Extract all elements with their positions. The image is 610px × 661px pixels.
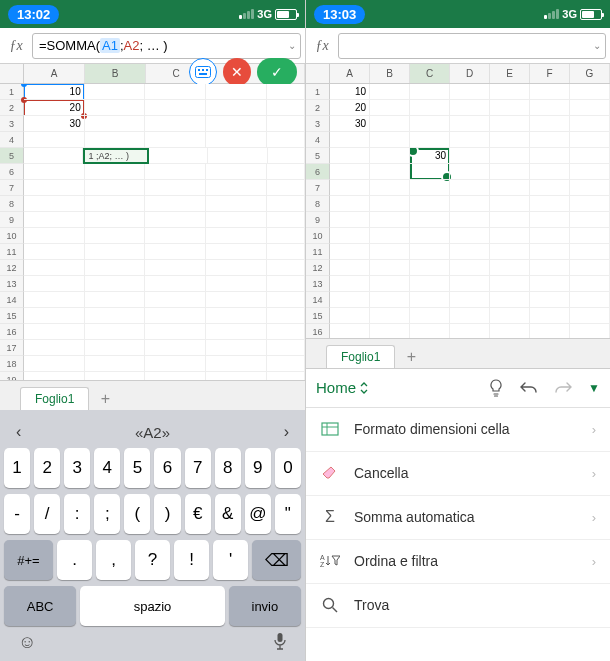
ribbon-header: Home ▼ — [306, 368, 610, 408]
key-enter[interactable]: invio — [229, 586, 301, 626]
search-icon — [320, 597, 340, 613]
svg-text:Z: Z — [320, 561, 325, 568]
key-abc[interactable]: ABC — [4, 586, 76, 626]
key-;[interactable]: ; — [94, 494, 120, 534]
svg-line-12 — [333, 608, 338, 613]
ribbon-tab-home[interactable]: Home — [316, 379, 368, 396]
spreadsheet-grid[interactable]: 110 220 330 4 530 6 7 8 9 10 11 12 13 14… — [306, 84, 610, 338]
key-.[interactable]: . — [57, 540, 92, 580]
sigma-icon: Σ — [320, 508, 340, 526]
key-([interactable]: ( — [124, 494, 150, 534]
status-bar: 13:03 3G — [306, 0, 610, 28]
key-1[interactable]: 1 — [4, 448, 30, 488]
key-0[interactable]: 0 — [275, 448, 301, 488]
screen-right: 13:03 3G ƒx ⌄ A B C D E F G 110 220 330 … — [305, 0, 610, 661]
key-&[interactable]: & — [215, 494, 241, 534]
chevron-down-icon[interactable]: ⌄ — [593, 40, 601, 51]
chevron-down-icon[interactable]: ⌄ — [288, 40, 296, 51]
status-time: 13:03 — [314, 5, 365, 24]
col-C[interactable]: C — [410, 64, 450, 83]
cell-B5-editing[interactable]: 1 ;A2; … ) — [83, 148, 148, 164]
fx-icon[interactable]: ƒx — [310, 38, 334, 54]
column-headers: A B C D E F G — [306, 64, 610, 84]
menu-cell-size[interactable]: Formato dimensioni cella › — [306, 408, 610, 452]
key-?[interactable]: ? — [135, 540, 170, 580]
key-@[interactable]: @ — [245, 494, 271, 534]
chevron-right-icon: › — [592, 422, 596, 437]
key-![interactable]: ! — [174, 540, 209, 580]
sheet-tabs: Foglio1 + — [0, 380, 305, 410]
key-5[interactable]: 5 — [124, 448, 150, 488]
cell-A3[interactable]: 30 — [330, 116, 370, 132]
key-3[interactable]: 3 — [64, 448, 90, 488]
col-E[interactable]: E — [490, 64, 530, 83]
confirm-button[interactable]: ✓ — [257, 58, 297, 86]
col-F[interactable]: F — [530, 64, 570, 83]
key-4[interactable]: 4 — [94, 448, 120, 488]
eraser-icon — [320, 466, 340, 480]
suggestion-prev[interactable]: ‹ — [16, 423, 21, 441]
menu-sort-filter[interactable]: AZ Ordina e filtra › — [306, 540, 610, 584]
key-7[interactable]: 7 — [185, 448, 211, 488]
key-"[interactable]: " — [275, 494, 301, 534]
collapse-ribbon-icon[interactable]: ▼ — [588, 381, 600, 395]
lightbulb-icon[interactable] — [488, 379, 504, 397]
key-'[interactable]: ' — [213, 540, 248, 580]
cancel-button[interactable]: ✕ — [223, 58, 251, 86]
menu-autosum[interactable]: Σ Somma automatica › — [306, 496, 610, 540]
mic-icon[interactable] — [273, 632, 287, 653]
col-D[interactable]: D — [450, 64, 490, 83]
col-B[interactable]: B — [370, 64, 410, 83]
key-,[interactable]: , — [96, 540, 131, 580]
key-2[interactable]: 2 — [34, 448, 60, 488]
menu-clear[interactable]: Cancella › — [306, 452, 610, 496]
cell-A2[interactable]: 20 — [330, 100, 370, 116]
svg-rect-5 — [278, 633, 283, 642]
key-8[interactable]: 8 — [215, 448, 241, 488]
undo-icon[interactable] — [520, 381, 538, 395]
menu-find[interactable]: Trova — [306, 584, 610, 628]
sheet-tab-foglio1[interactable]: Foglio1 — [20, 387, 89, 410]
signal-icon — [544, 9, 559, 19]
spreadsheet-grid[interactable]: 110 220 330 4 51 ;A2; … ) 6 7 8 9 10 11 … — [0, 84, 305, 380]
signal-icon — [239, 9, 254, 19]
cell-C5[interactable]: 30 — [410, 148, 450, 164]
network-label: 3G — [562, 8, 577, 20]
key-space[interactable]: spazio — [80, 586, 225, 626]
redo-icon[interactable] — [554, 381, 572, 395]
col-A[interactable]: A — [24, 64, 85, 83]
key-/[interactable]: / — [34, 494, 60, 534]
add-sheet-button[interactable]: + — [91, 388, 119, 410]
formula-input[interactable]: ⌄ — [338, 33, 606, 59]
key-6[interactable]: 6 — [154, 448, 180, 488]
svg-rect-4 — [199, 73, 207, 75]
svg-text:A: A — [320, 554, 325, 561]
cell-A1[interactable]: 10 — [330, 84, 370, 100]
col-A[interactable]: A — [330, 64, 370, 83]
key-9[interactable]: 9 — [245, 448, 271, 488]
svg-rect-1 — [198, 69, 200, 71]
sort-filter-icon: AZ — [320, 554, 340, 568]
fx-icon[interactable]: ƒx — [4, 38, 28, 54]
battery-icon — [275, 9, 297, 20]
key-€[interactable]: € — [185, 494, 211, 534]
cell-A1[interactable]: 10 — [24, 84, 85, 100]
suggestion-next[interactable]: › — [284, 423, 289, 441]
keyboard-toggle-button[interactable] — [189, 58, 217, 86]
suggestion-text[interactable]: «A2» — [135, 424, 170, 441]
emoji-icon[interactable]: ☺ — [18, 632, 36, 653]
key-symbols[interactable]: #+= — [4, 540, 53, 580]
cell-A3[interactable]: 30 — [24, 116, 85, 132]
add-sheet-button[interactable]: + — [397, 346, 425, 368]
key--[interactable]: - — [4, 494, 30, 534]
formula-action-buttons: ✕ ✓ — [189, 58, 297, 86]
key-backspace[interactable]: ⌫ — [252, 540, 301, 580]
key-:[interactable]: : — [64, 494, 90, 534]
svg-rect-3 — [206, 69, 208, 71]
sheet-tab-foglio1[interactable]: Foglio1 — [326, 345, 395, 368]
formula-input[interactable]: =SOMMA( A1 ; A2 ; … ) ⌄ — [32, 33, 301, 59]
key-)[interactable]: ) — [154, 494, 180, 534]
col-B[interactable]: B — [85, 64, 146, 83]
cell-A2[interactable]: 20 — [24, 100, 85, 116]
col-G[interactable]: G — [570, 64, 610, 83]
